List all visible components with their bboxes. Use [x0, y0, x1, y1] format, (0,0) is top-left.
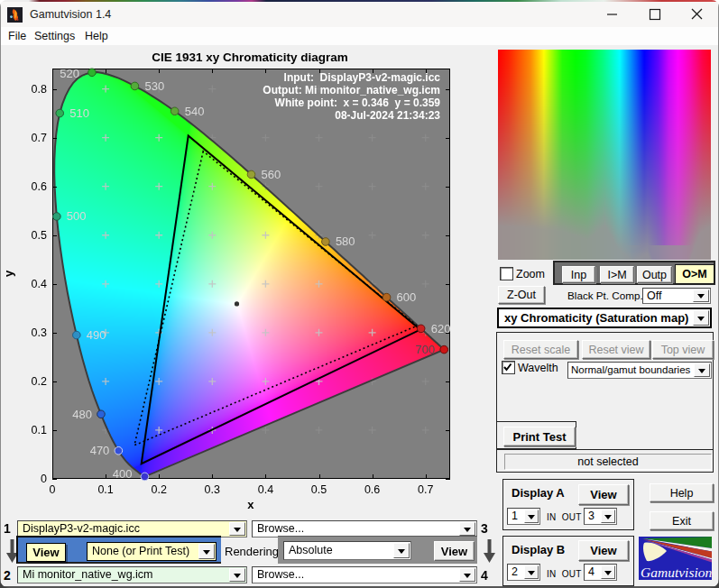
svg-text:Gamutvision: Gamutvision	[641, 565, 712, 580]
